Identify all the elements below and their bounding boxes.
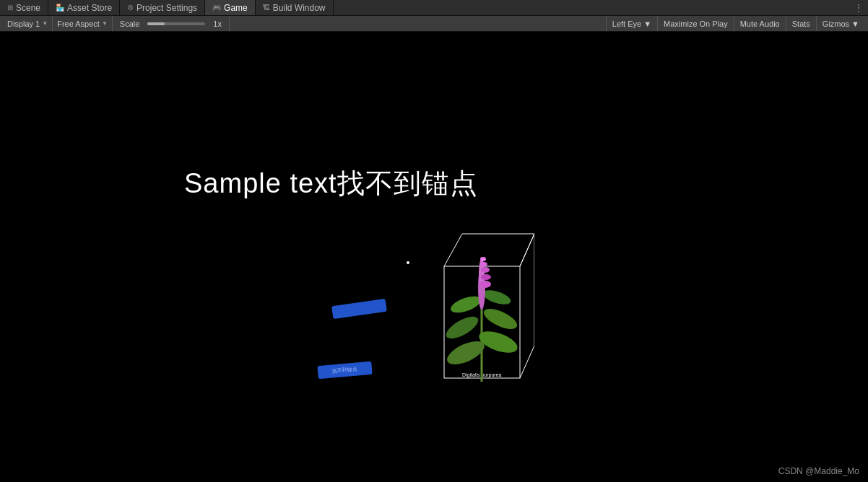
- svg-point-20: [480, 262, 487, 266]
- gizmos-button[interactable]: Gizmos ▼: [816, 16, 865, 31]
- tab-game[interactable]: 🎮 Game: [205, 0, 256, 15]
- display-label: Display 1: [7, 19, 40, 28]
- watermark: CSDN @Maddie_Mo: [778, 466, 859, 476]
- tab-asset-store[interactable]: 🏪 Asset Store: [48, 0, 120, 15]
- plant-svg: [440, 241, 524, 382]
- aspect-arrow: ▼: [102, 20, 108, 27]
- display-arrow: ▼: [42, 20, 48, 27]
- gizmos-arrow: ▼: [851, 19, 859, 28]
- tab-project-settings[interactable]: ⚙ Project Settings: [120, 0, 205, 15]
- left-eye-arrow: ▼: [643, 19, 651, 28]
- maximize-label: Maximize On Play: [664, 19, 728, 28]
- left-eye-button[interactable]: Left Eye ▼: [606, 16, 657, 31]
- svg-point-17: [479, 281, 491, 288]
- svg-point-13: [448, 293, 483, 316]
- aspect-label: Free Aspect: [57, 19, 100, 28]
- tab-build-window[interactable]: 🏗 Build Window: [256, 0, 334, 15]
- blue-obj2-text: 找不到锚点: [332, 365, 358, 374]
- display-selector[interactable]: Display 1 ▼: [3, 16, 53, 31]
- tab-bar: ⊞ Scene 🏪 Asset Store ⚙ Project Settings…: [0, 0, 868, 16]
- tab-scene[interactable]: ⊞ Scene: [0, 0, 48, 15]
- gizmos-label: Gizmos: [823, 19, 849, 28]
- tab-asset-store-label: Asset Store: [67, 3, 112, 13]
- scale-value: 1x: [210, 19, 225, 28]
- toolbar-right: Left Eye ▼ Maximize On Play Mute Audio S…: [606, 16, 865, 31]
- game-icon: 🎮: [212, 4, 221, 12]
- store-icon: 🏪: [56, 4, 64, 12]
- mute-label: Mute Audio: [740, 19, 780, 28]
- build-icon: 🏗: [263, 4, 270, 12]
- svg-point-18: [481, 274, 491, 280]
- svg-point-14: [482, 287, 513, 307]
- svg-point-11: [443, 312, 481, 343]
- mute-audio-button[interactable]: Mute Audio: [734, 16, 786, 31]
- toolbar: Display 1 ▼ Free Aspect ▼ Scale 1x Left …: [0, 16, 868, 32]
- plant-wireframe-box: Digitalis purpurea: [430, 227, 534, 382]
- svg-point-21: [480, 257, 486, 261]
- svg-point-10: [477, 327, 521, 357]
- blue-object-2: 找不到锚点: [317, 362, 372, 379]
- scale-slider-fill: [147, 22, 165, 25]
- svg-point-12: [481, 304, 520, 333]
- left-eye-label: Left Eye: [612, 19, 641, 28]
- tab-more-button[interactable]: ⋮: [849, 2, 868, 14]
- game-viewport: Sample text找不到锚点 找不到锚点 Digitalis purpure…: [0, 32, 868, 482]
- blue-object-1: [331, 299, 387, 319]
- sample-text: Sample text找不到锚点: [184, 165, 478, 202]
- scale-control[interactable]: Scale 1x: [113, 16, 230, 31]
- stats-button[interactable]: Stats: [786, 16, 816, 31]
- scale-slider[interactable]: [147, 22, 205, 25]
- scale-text: Scale: [117, 19, 143, 28]
- tab-game-label: Game: [224, 3, 248, 13]
- aspect-selector[interactable]: Free Aspect ▼: [53, 16, 113, 31]
- tab-scene-label: Scene: [16, 3, 40, 13]
- anchor-dot: [407, 261, 409, 264]
- stats-label: Stats: [792, 19, 810, 28]
- settings-icon: ⚙: [127, 4, 134, 12]
- tab-project-settings-label: Project Settings: [136, 3, 197, 13]
- maximize-on-play-button[interactable]: Maximize On Play: [657, 16, 734, 31]
- scene-icon: ⊞: [7, 4, 13, 12]
- tab-build-window-label: Build Window: [273, 3, 326, 13]
- svg-point-19: [481, 267, 490, 273]
